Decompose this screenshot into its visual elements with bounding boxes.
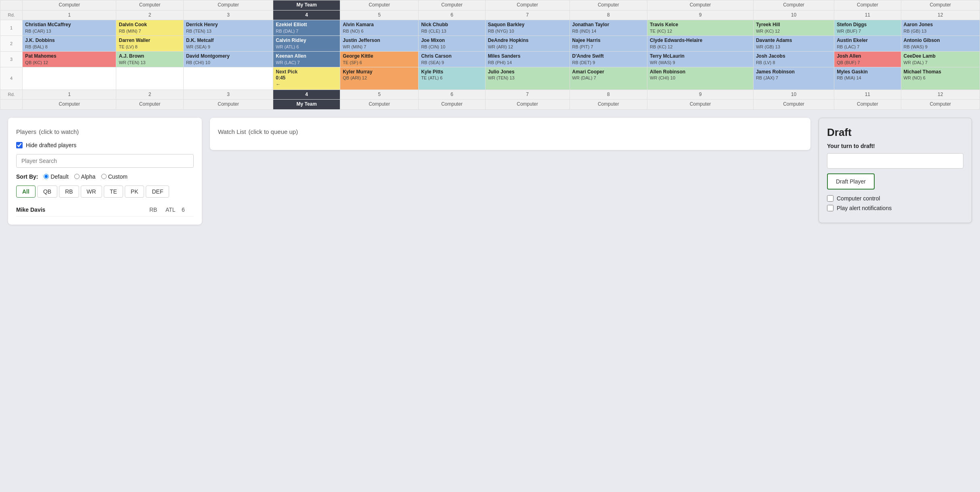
pick-cell[interactable]: Michael ThomasWR (NO) 6: [901, 67, 980, 90]
pick-cell[interactable]: Miles SandersRB (PHI) 14: [485, 51, 570, 67]
pick-cell[interactable]: Travis KelceTE (KC) 12: [647, 20, 754, 36]
rd-num-2: 2: [116, 10, 183, 20]
pick-cell[interactable]: J.K. DobbinsRB (BAL) 8: [23, 36, 116, 52]
pick-cell[interactable]: D.K. MetcalfWR (SEA) 9: [183, 36, 273, 52]
pick-cell[interactable]: Austin EkelerRB (LAC) 7: [834, 36, 901, 52]
pick-cell[interactable]: DeAndre HopkinsWR (ARI) 12: [485, 36, 570, 52]
footer-comp-6: Computer: [419, 100, 485, 110]
pick-cell[interactable]: Joe MixonRB (CIN) 10: [419, 36, 485, 52]
pick-cell[interactable]: Saquon BarkleyRB (NYG) 10: [485, 20, 570, 36]
pick-cell[interactable]: Aaron JonesRB (GB) 13: [901, 20, 980, 36]
filter-tabs: All QB RB WR TE PK DEF: [16, 186, 194, 198]
pick-cell[interactable]: Stefon DiggsWR (BUF) 7: [834, 20, 901, 36]
pick-cell[interactable]: D'Andre SwiftRB (DET) 9: [570, 51, 647, 67]
pick-cell-myteam[interactable]: Calvin RidleyWR (ATL) 6: [273, 36, 340, 52]
pick-cell[interactable]: Jonathan TaylorRB (IND) 14: [570, 20, 647, 36]
players-title-sub: (click to watch): [39, 128, 79, 135]
pick-cell[interactable]: Kyler MurrayQB (ARI) 12: [340, 67, 419, 90]
rd-foot-8: 8: [570, 90, 647, 100]
players-panel: Players (click to watch) Hide drafted pl…: [8, 118, 202, 225]
sort-custom-label[interactable]: Custom: [101, 173, 128, 180]
draft-panel: Draft Your turn to draft! Draft Player C…: [819, 118, 972, 223]
filter-wr[interactable]: WR: [81, 186, 102, 198]
table-row: 1 Christian McCaffreyRB (CAR) 13 Dalvin …: [0, 20, 980, 36]
pick-cell[interactable]: Allen RobinsonWR (CHI) 10: [647, 67, 754, 90]
pick-cell[interactable]: James RobinsonRB (JAX) 7: [753, 67, 834, 90]
hide-drafted-checkbox[interactable]: [16, 142, 23, 148]
sort-custom-radio[interactable]: [101, 174, 107, 179]
pick-cell[interactable]: George KittleTE (SF) 6: [340, 51, 419, 67]
pick-cell[interactable]: Myles GaskinRB (MIA) 14: [834, 67, 901, 90]
draft-input[interactable]: [827, 153, 963, 169]
pick-cell[interactable]: Najee HarrisRB (PIT) 7: [570, 36, 647, 52]
computer-control-row: Computer control: [827, 195, 963, 202]
pick-cell[interactable]: Kyle PittsTE (ATL) 6: [419, 67, 485, 90]
pick-cell[interactable]: Christian McCaffreyRB (CAR) 13: [23, 20, 116, 36]
footer-comp-12: Computer: [901, 100, 980, 110]
sort-alpha-radio[interactable]: [74, 174, 80, 179]
round-number: 1: [0, 20, 23, 36]
pick-cell[interactable]: Chris CarsonRB (SEA) 9: [419, 51, 485, 67]
pick-cell[interactable]: Amari CooperWR (DAL) 7: [570, 67, 647, 90]
sort-default-label[interactable]: Default: [44, 173, 68, 180]
filter-all[interactable]: All: [16, 186, 36, 198]
pick-cell[interactable]: Clyde Edwards-HelaireRB (KC) 12: [647, 36, 754, 52]
pick-cell[interactable]: Terry McLaurinWR (WAS) 9: [647, 51, 754, 67]
sort-default-text: Default: [50, 173, 68, 180]
pick-cell[interactable]: Justin JeffersonWR (MIN) 7: [340, 36, 419, 52]
pick-cell[interactable]: CeeDee LambWR (DAL) 7: [901, 51, 980, 67]
pick-cell[interactable]: Julio JonesWR (TEN) 13: [485, 67, 570, 90]
sort-default-radio[interactable]: [44, 174, 49, 179]
pick-cell[interactable]: Antonio GibsonRB (WAS) 9: [901, 36, 980, 52]
rd-num-11: 11: [834, 10, 901, 20]
footer-comp-1: Computer: [23, 100, 116, 110]
table-row: 4 Next Pick 0:45 ← Kyler MurrayQB (ARI) …: [0, 67, 980, 90]
filter-def[interactable]: DEF: [146, 186, 169, 198]
pick-cell[interactable]: A.J. BrownWR (TEN) 13: [116, 51, 183, 67]
pick-cell-myteam[interactable]: Ezekiel ElliottRB (DAL) 7: [273, 20, 340, 36]
footer-comp-2: Computer: [116, 100, 183, 110]
bottom-section: Players (click to watch) Hide drafted pl…: [0, 110, 980, 233]
filter-qb[interactable]: QB: [37, 186, 57, 198]
table-row: 2 J.K. DobbinsRB (BAL) 8 Darren WallerTE…: [0, 36, 980, 52]
empty-cell: [183, 67, 273, 90]
pick-cell-myteam[interactable]: Keenan AllenWR (LAC) 7: [273, 51, 340, 67]
rd-foot-7: 7: [485, 90, 570, 100]
col-header-5: Computer: [340, 0, 419, 10]
draft-player-button[interactable]: Draft Player: [827, 173, 875, 190]
watchlist-title-main: Watch List: [218, 128, 246, 135]
pick-cell[interactable]: Nick ChubbRB (CLE) 13: [419, 20, 485, 36]
filter-pk[interactable]: PK: [125, 186, 144, 198]
play-alert-checkbox[interactable]: [827, 205, 833, 211]
pick-cell[interactable]: Darren WallerTE (LV) 8: [116, 36, 183, 52]
pick-cell[interactable]: Josh AllenQB (BUF) 7: [834, 51, 901, 67]
filter-rb[interactable]: RB: [59, 186, 79, 198]
col-header-9: Computer: [647, 0, 754, 10]
list-item[interactable]: Mike Davis RB ATL 6: [16, 203, 194, 217]
pick-cell[interactable]: Davante AdamsWR (GB) 13: [753, 36, 834, 52]
sort-alpha-label[interactable]: Alpha: [74, 173, 96, 180]
footer-myteam: My Team: [273, 100, 340, 110]
rd-foot-11: 11: [834, 90, 901, 100]
rd-num-9: 9: [647, 10, 754, 20]
round-number: 3: [0, 51, 23, 67]
round-number: 4: [0, 67, 23, 90]
round-label-header: Rd.: [0, 10, 23, 20]
pick-cell[interactable]: Dalvin CookRB (MIN) 7: [116, 20, 183, 36]
hide-drafted-row: Hide drafted players: [16, 142, 194, 148]
pick-cell[interactable]: Derrick HenryRB (TEN) 13: [183, 20, 273, 36]
empty-cell: [23, 67, 116, 90]
rd-foot-12: 12: [901, 90, 980, 100]
pick-cell[interactable]: Alvin KamaraRB (NO) 6: [340, 20, 419, 36]
footer-comp-8: Computer: [570, 100, 647, 110]
pick-cell[interactable]: Pat MahomesQB (KC) 12: [23, 51, 116, 67]
search-input[interactable]: [16, 154, 194, 168]
col-header-2: Computer: [116, 0, 183, 10]
pick-cell[interactable]: Josh JacobsRB (LV) 8: [753, 51, 834, 67]
rd-num-10: 10: [753, 10, 834, 20]
pick-cell[interactable]: David MontgomeryRB (CHI) 10: [183, 51, 273, 67]
pick-cell[interactable]: Tyreek HillWR (KC) 12: [753, 20, 834, 36]
rd-foot-9: 9: [647, 90, 754, 100]
filter-te[interactable]: TE: [104, 186, 123, 198]
computer-control-checkbox[interactable]: [827, 195, 833, 202]
